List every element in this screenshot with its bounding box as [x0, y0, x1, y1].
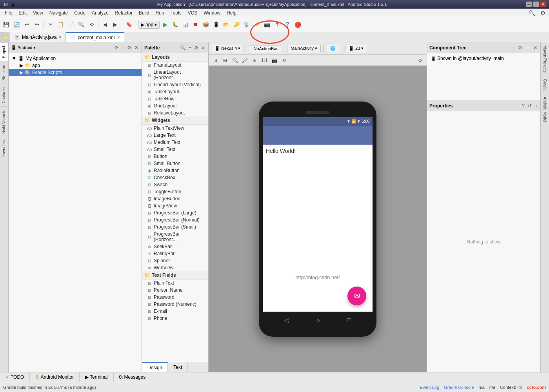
- settings-icon[interactable]: ⚙: [538, 8, 547, 18]
- minimize-button[interactable]: —: [526, 2, 532, 7]
- forward-icon[interactable]: ▶: [111, 20, 120, 29]
- component-minimize-icon[interactable]: —: [525, 44, 531, 51]
- palette-item-seekbar[interactable]: ⊚ SeekBar: [142, 243, 208, 250]
- palette-item-spinner[interactable]: ⊟ Spinner: [142, 257, 208, 264]
- palette-item-imageview[interactable]: 🖼 ImageView: [142, 202, 208, 209]
- synchronize-icon[interactable]: 🔄: [12, 20, 21, 29]
- generate-signed-apk-icon[interactable]: 🔑: [232, 20, 241, 29]
- menu-code[interactable]: Code: [71, 9, 89, 16]
- properties-question-icon[interactable]: ?: [521, 102, 525, 109]
- zoom-out-icon[interactable]: 🔎: [240, 56, 249, 65]
- bottom-tab-terminal[interactable]: ▶ Terminal: [80, 372, 113, 382]
- palette-item-radiobutton[interactable]: ◉ RadioButton: [142, 167, 208, 174]
- component-close-icon[interactable]: ✕: [533, 44, 538, 51]
- avd-manager-icon[interactable]: 📱: [211, 20, 221, 29]
- replace-icon[interactable]: ⟲: [87, 20, 96, 29]
- palette-item-medium-text[interactable]: Ab Medium Text: [142, 139, 208, 146]
- sdk-manager-icon[interactable]: 📦: [201, 20, 211, 29]
- palette-item-plain-textview[interactable]: Ab Plain TextView: [142, 125, 208, 132]
- palette-add-icon[interactable]: +: [188, 44, 192, 51]
- blueprint-view-icon[interactable]: ⊟: [221, 56, 229, 65]
- palette-item-switch[interactable]: ⊟ Switch: [142, 181, 208, 188]
- menu-edit[interactable]: Edit: [15, 9, 30, 16]
- location-icon[interactable]: 📍: [273, 20, 282, 29]
- back-icon[interactable]: ◀: [100, 20, 110, 29]
- bluetooth-icon[interactable]: 📡: [242, 20, 251, 29]
- undo-icon[interactable]: ↩: [22, 20, 31, 29]
- tab-content-main-close[interactable]: ✕: [117, 35, 120, 40]
- search-everywhere-icon[interactable]: 🔍: [527, 8, 536, 18]
- copy-icon[interactable]: 📋: [56, 20, 65, 29]
- nexus-selector[interactable]: 📱 Nexus 4 ▾: [211, 45, 244, 52]
- fab-button[interactable]: ✉: [347, 287, 366, 305]
- project-close-icon[interactable]: ✕: [134, 44, 139, 51]
- no-action-bar-selector[interactable]: NoActionBar: [250, 45, 281, 52]
- run-config-icon[interactable]: 🔴: [293, 20, 302, 29]
- palette-item-ratingbar[interactable]: ★ RatingBar: [142, 250, 208, 257]
- palette-item-small-text[interactable]: Ab Small Text: [142, 146, 208, 153]
- android-selector[interactable]: 📱 Android ▾: [11, 45, 36, 50]
- palette-item-gridlayout[interactable]: ⊞ GridLayout: [142, 102, 208, 109]
- sidebar-tab-structure[interactable]: Structure: [0, 61, 8, 84]
- right-tab-gradle[interactable]: Gradle: [541, 76, 549, 94]
- fit-to-screen-icon[interactable]: ⊞: [250, 56, 259, 65]
- bottom-tab-messages[interactable]: 0: Messages: [114, 372, 152, 382]
- sidebar-tab-favorites[interactable]: Favorites: [0, 137, 8, 160]
- settings-layout-icon[interactable]: ⚙: [416, 56, 424, 65]
- tree-item-app[interactable]: ▶ 📁 app: [9, 62, 142, 69]
- menu-window[interactable]: Window: [200, 9, 224, 16]
- palette-item-email[interactable]: ⊡ E-mail: [142, 308, 208, 315]
- palette-item-phone[interactable]: ⊡ Phone: [142, 315, 208, 322]
- menu-analyze[interactable]: Analyze: [89, 9, 112, 16]
- palette-search-icon[interactable]: 🔍: [179, 44, 187, 51]
- close-button[interactable]: ✕: [540, 2, 546, 7]
- palette-item-progressbar-large[interactable]: ⊟ ProgressBar (Large): [142, 209, 208, 216]
- palette-item-button[interactable]: ⊡ Button: [142, 153, 208, 160]
- palette-item-tablelayout[interactable]: ⊞ TableLayout: [142, 88, 208, 95]
- api-level-selector[interactable]: 📱 23 ▾: [345, 45, 367, 52]
- design-view-icon[interactable]: ⊡: [211, 56, 220, 65]
- bottom-tab-todo[interactable]: ✓ TODO: [0, 372, 30, 382]
- palette-tab-design[interactable]: Design: [142, 362, 168, 372]
- help-icon[interactable]: ?: [283, 20, 292, 29]
- maximize-button[interactable]: □: [533, 2, 539, 7]
- gradle-console-link[interactable]: Gradle Console: [444, 385, 474, 390]
- menu-view[interactable]: View: [30, 9, 46, 16]
- sidebar-tab-project[interactable]: Project: [0, 42, 8, 61]
- debug-button[interactable]: 🐛: [171, 20, 180, 29]
- palette-item-checkbox[interactable]: ☑ CheckBox: [142, 174, 208, 181]
- menu-refactor[interactable]: Refactor: [112, 9, 136, 16]
- palette-section-widgets[interactable]: 📁 Widgets: [142, 116, 208, 125]
- capture-icon[interactable]: 📷: [262, 20, 272, 29]
- sidebar-tab-build-variants[interactable]: Build Variants: [0, 106, 8, 137]
- menu-file[interactable]: File: [2, 9, 15, 16]
- refresh-layout-icon[interactable]: ⟲: [280, 56, 288, 65]
- save-all-icon[interactable]: 💾: [2, 20, 11, 29]
- redo-icon[interactable]: ↪: [32, 20, 42, 29]
- palette-item-relativelayout[interactable]: ⊡ RelativeLayout: [142, 109, 208, 116]
- tree-item-gradle-scripts[interactable]: ▶ 🐘 Gradle Scripts: [9, 69, 142, 76]
- menu-tools[interactable]: Tools: [167, 9, 185, 16]
- palette-item-progressbar-h[interactable]: ⊟ ProgressBar (Horizont...: [142, 230, 208, 243]
- palette-item-togglebutton[interactable]: ⊡ ToggleButton: [142, 188, 208, 195]
- component-sort-icon[interactable]: ↕: [512, 44, 516, 51]
- actual-size-icon[interactable]: 1:1: [260, 56, 269, 65]
- properties-refresh-icon[interactable]: ↺: [527, 102, 533, 109]
- palette-close-icon[interactable]: ✕: [200, 44, 206, 51]
- palette-item-imagebutton[interactable]: 🖼 ImageButton: [142, 195, 208, 202]
- nav-back-icon[interactable]: ◁: [284, 316, 289, 324]
- right-tab-android-model[interactable]: Android Model: [541, 94, 549, 125]
- palette-item-linearlayout-h[interactable]: ⊟ LinearLayout (Horizont...: [142, 69, 208, 81]
- menu-run[interactable]: Run: [153, 9, 167, 16]
- palette-item-progressbar-small[interactable]: ⊟ ProgressBar (Small): [142, 223, 208, 230]
- main-activity-selector[interactable]: MainActivity ▾: [287, 45, 321, 52]
- palette-tab-text[interactable]: Text: [168, 362, 188, 372]
- menu-navigate[interactable]: Navigate: [46, 9, 71, 16]
- palette-item-person-name[interactable]: ⊡ Person Name: [142, 287, 208, 294]
- right-tab-maven[interactable]: Maven Projects: [541, 42, 549, 76]
- palette-section-textfields[interactable]: 📁 Text Fields: [142, 271, 208, 279]
- bottom-tab-android-monitor[interactable]: 6: Android Monitor: [30, 372, 80, 382]
- tree-item-myapplication[interactable]: ▼ 📱 My Application: [9, 55, 142, 62]
- palette-item-webview[interactable]: ⊚ WebView: [142, 264, 208, 271]
- run-with-coverage-button[interactable]: 📊: [181, 20, 190, 29]
